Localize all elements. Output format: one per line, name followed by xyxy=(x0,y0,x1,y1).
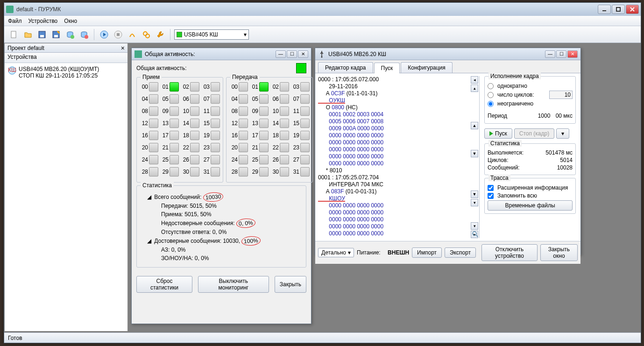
activity-cell: 28 xyxy=(229,167,248,177)
tree-toggle[interactable]: ◢ xyxy=(147,193,153,201)
log-line: 0000 0000 0000 0000 xyxy=(318,230,478,237)
activity-cell: 30 xyxy=(181,167,199,177)
power-value: ВНЕШН xyxy=(388,249,409,256)
scroll-dn2-icon[interactable]: ▼ xyxy=(471,191,478,198)
send-legend: Передача xyxy=(230,74,260,80)
activity-window: Общая активность: — ☐ ✕ Общая активность… xyxy=(131,48,311,324)
tab-editor[interactable]: Редактор кадра xyxy=(318,62,373,73)
cell-led-icon xyxy=(239,94,248,104)
activity-cell: 16 xyxy=(140,131,158,140)
recv-legend: Прием xyxy=(141,74,162,80)
menu-device[interactable]: Устройство xyxy=(28,18,58,24)
scroll-down-icon[interactable]: ▼ xyxy=(471,150,478,157)
log-pane[interactable]: 0000 : 17:05:25.072.000 29-11-2016 А 0C3… xyxy=(318,76,480,238)
maximize-button[interactable] xyxy=(612,5,625,14)
scroll-left-icon[interactable]: ◂ xyxy=(471,76,478,84)
stop-button[interactable]: Стоп (кадр) xyxy=(514,128,554,139)
reset-stats-button[interactable]: Сброс статистики xyxy=(136,276,192,293)
activity-icon xyxy=(134,50,142,58)
close-activity-button[interactable]: Закрыть xyxy=(275,276,306,293)
panel-close-icon[interactable]: × xyxy=(121,44,125,52)
scroll-dn3-icon[interactable]: ▾ xyxy=(471,199,478,206)
cell-led-icon xyxy=(149,119,158,128)
cell-led-icon xyxy=(259,82,269,92)
period-value: 1000 xyxy=(538,113,551,119)
cell-led-icon xyxy=(259,143,269,152)
mdi-maximize-button[interactable]: ☐ xyxy=(556,50,566,58)
mdi-close-button[interactable]: ✕ xyxy=(298,50,308,58)
export-button[interactable]: Экспорт xyxy=(445,247,476,258)
cell-led-icon xyxy=(190,119,199,128)
main-titlebar: default - ПУРУМК xyxy=(4,3,641,16)
magnify-icon[interactable] xyxy=(472,231,478,237)
status-text: Готов xyxy=(8,335,22,341)
wrench-icon[interactable] xyxy=(154,28,166,41)
radio-cycles[interactable] xyxy=(488,92,494,98)
scroll-up-icon[interactable]: ▲ xyxy=(471,122,478,129)
tempfiles-button[interactable]: Временные файлы xyxy=(488,200,573,211)
save-icon[interactable] xyxy=(36,28,48,41)
check-extinfo[interactable] xyxy=(488,185,494,191)
tool2-icon[interactable] xyxy=(140,28,152,41)
play-icon[interactable] xyxy=(98,28,110,41)
open-icon[interactable] xyxy=(22,28,34,41)
activity-cell: 16 xyxy=(229,131,248,140)
cell-led-icon xyxy=(170,131,179,140)
close-button[interactable] xyxy=(626,5,639,14)
toggle-monitoring-button[interactable]: Выключить мониторинг xyxy=(198,276,269,293)
log-line: 0000 0000 0000 0000 xyxy=(318,153,478,160)
activity-cell: 07 xyxy=(291,94,310,104)
cell-led-icon xyxy=(211,106,220,116)
cell-led-icon xyxy=(259,106,269,116)
device-line1: USB#405 МВ26.20 (КШ|ОУ|МТ) xyxy=(19,66,99,72)
scroll-end-icon[interactable]: ▾ xyxy=(471,222,478,230)
cell-led-icon xyxy=(259,131,269,140)
dropdown-button[interactable]: ▾ xyxy=(556,128,569,139)
device-selector[interactable]: USB#405 КШ ▾ xyxy=(174,29,249,40)
good-value: 100% xyxy=(241,236,261,247)
detail-selector[interactable]: Детально▾ xyxy=(318,248,354,257)
db-add-icon[interactable] xyxy=(64,28,76,41)
tool1-icon[interactable] xyxy=(126,28,138,41)
mdi-maximize-button[interactable]: ☐ xyxy=(287,50,297,58)
cell-led-icon xyxy=(259,94,269,104)
activity-cell: 31 xyxy=(201,167,220,177)
menu-window[interactable]: Окно xyxy=(64,18,77,24)
log-line: * 8010 xyxy=(318,167,478,174)
device-icon: КШ xyxy=(7,66,17,75)
cell-led-icon xyxy=(211,155,220,164)
minimize-button[interactable] xyxy=(598,5,611,14)
log-line: 0005 0006 0007 0008 xyxy=(318,118,478,125)
activity-cell: 02 xyxy=(270,82,289,92)
activity-cell: 28 xyxy=(140,167,158,177)
cell-led-icon xyxy=(300,167,310,177)
stop-icon[interactable] xyxy=(112,28,124,41)
tree-toggle[interactable]: ◢ xyxy=(147,237,153,245)
import-button[interactable]: Импорт xyxy=(412,247,442,258)
mdi-minimize-button[interactable]: — xyxy=(276,50,286,58)
new-icon[interactable] xyxy=(8,28,20,41)
tree-device[interactable]: КШ USB#405 МВ26.20 (КШ|ОУ|МТ) СТОП КШ 29… xyxy=(7,65,125,80)
cycles-input[interactable] xyxy=(549,91,573,99)
radio-unlimited[interactable] xyxy=(488,101,494,107)
tab-config[interactable]: Конфигурация xyxy=(401,62,453,73)
stats-rx: Приема: 5015, 50% xyxy=(161,210,212,219)
db-del-icon[interactable] xyxy=(78,28,90,41)
tab-run[interactable]: Пуск xyxy=(374,63,400,73)
radio-once[interactable] xyxy=(488,83,494,89)
mdi-minimize-button[interactable]: — xyxy=(545,50,555,58)
saveas-icon[interactable] xyxy=(50,28,62,41)
menu-file[interactable]: Файл xyxy=(8,18,22,24)
activity-cell: 24 xyxy=(140,155,158,164)
mdi-close-button[interactable]: ✕ xyxy=(567,50,578,58)
close-window-button[interactable]: Закрыть окно xyxy=(540,244,578,261)
activity-cell: 09 xyxy=(160,106,179,116)
run-button[interactable]: Пуск xyxy=(484,128,512,139)
cell-led-icon xyxy=(149,143,158,152)
disconnect-button[interactable]: Отключить устройство xyxy=(481,244,538,261)
activity-cell: 26 xyxy=(181,155,199,164)
scroll-top-icon[interactable]: ▴ xyxy=(471,85,478,92)
check-remember[interactable] xyxy=(488,193,494,199)
bad-value: 0, 0% xyxy=(236,218,255,229)
activity-cell: 23 xyxy=(291,143,310,152)
